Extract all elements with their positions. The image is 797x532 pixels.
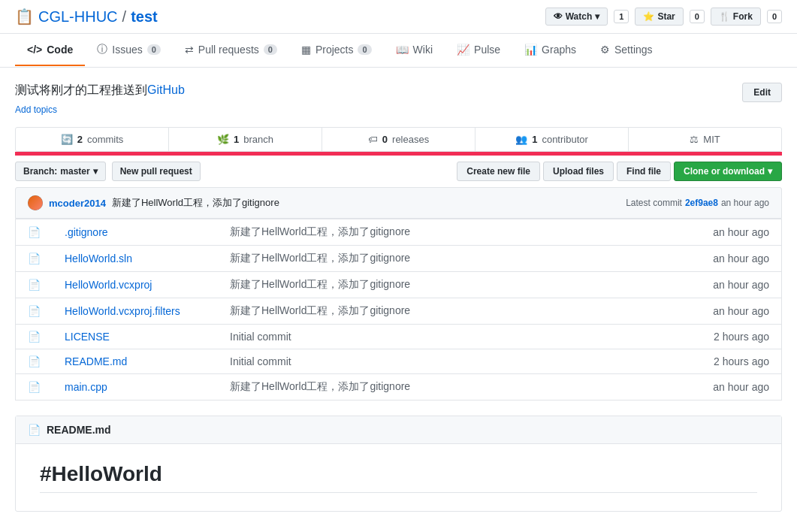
title-separator: /: [122, 8, 127, 26]
issue-icon: ⓘ: [97, 43, 107, 56]
star-count: 0: [690, 10, 705, 23]
repo-title: 📋 CGL-HHUC / test: [15, 8, 158, 26]
tab-wiki-label: Wiki: [413, 44, 433, 56]
file-icon-cell: 📄: [16, 219, 53, 246]
file-icon-cell: 📄: [16, 272, 53, 298]
file-time-cell: an hour ago: [622, 246, 781, 272]
file-message-cell: 新建了HellWorld工程，添加了gitignore: [218, 246, 622, 272]
pr-icon: ⇄: [185, 44, 194, 56]
contributors-label: contributor: [542, 134, 587, 145]
file-name-cell: .gitignore: [53, 219, 218, 246]
readme-icon: 📄: [28, 424, 41, 436]
commit-bar: mcoder2014 新建了HellWorld工程，添加了gitignore L…: [15, 187, 782, 219]
tab-pull-requests[interactable]: ⇄ Pull requests 0: [173, 35, 289, 66]
tab-code[interactable]: </> Code: [15, 35, 85, 66]
tab-projects-label: Projects: [315, 44, 354, 56]
tab-settings-label: Settings: [614, 44, 653, 56]
repo-owner-link[interactable]: CGL-HHUC: [38, 8, 118, 26]
table-row: 📄 LICENSE Initial commit 2 hours ago: [16, 325, 782, 349]
avatar-image: [28, 195, 43, 210]
watch-button[interactable]: 👁 Watch ▾: [545, 8, 608, 26]
branches-stat[interactable]: 🌿 1 branch: [169, 128, 322, 151]
file-name-link[interactable]: LICENSE: [65, 331, 110, 343]
repo-icon: 📋: [15, 8, 34, 26]
star-button[interactable]: ⭐ Star: [635, 8, 683, 26]
repo-name-link[interactable]: test: [131, 8, 158, 26]
file-time-cell: 2 hours ago: [622, 325, 781, 349]
branch-dropdown[interactable]: Branch: master ▾: [15, 162, 106, 181]
page-header: 📋 CGL-HHUC / test 👁 Watch ▾ 1 ⭐ Star 0 🍴…: [0, 0, 797, 34]
license-stat[interactable]: ⚖ MIT: [629, 128, 781, 151]
file-icon-cell: 📄: [16, 298, 53, 325]
commit-hash[interactable]: 2ef9ae8: [685, 198, 718, 208]
commits-stat[interactable]: 🔄 2 commits: [16, 128, 169, 151]
commits-num: 2: [77, 134, 83, 145]
tab-issues[interactable]: ⓘ Issues 0: [85, 34, 173, 67]
file-name-cell: HelloWorld.vcxproj: [53, 272, 218, 298]
table-row: 📄 HelloWorld.sln 新建了HellWorld工程，添加了gitig…: [16, 246, 782, 272]
file-name-cell: main.cpp: [53, 374, 218, 401]
new-pr-button[interactable]: New pull request: [112, 162, 201, 181]
branches-label: branch: [243, 134, 273, 145]
tab-pulse[interactable]: 📈 Pulse: [445, 35, 512, 66]
fork-count: 0: [767, 10, 782, 23]
commit-message: 新建了HellWorld工程，添加了gitignore: [112, 196, 279, 210]
file-name-link[interactable]: HelloWorld.sln: [65, 252, 132, 264]
license-icon: ⚖: [690, 134, 699, 145]
main-content: 测试将刚才的工程推送到GitHub Add topics Edit 🔄 2 co…: [0, 68, 797, 527]
releases-icon: 🏷: [368, 134, 378, 145]
file-name-link[interactable]: README.md: [65, 355, 127, 367]
file-icon: 📄: [28, 226, 41, 238]
pr-count: 0: [264, 44, 277, 55]
file-time-cell: an hour ago: [622, 374, 781, 401]
commit-time: an hour ago: [721, 198, 769, 208]
file-name-link[interactable]: HelloWorld.vcxproj: [65, 279, 152, 291]
file-icon: 📄: [28, 305, 41, 317]
clone-button[interactable]: Clone or download ▾: [674, 162, 782, 181]
upload-files-button[interactable]: Upload files: [543, 162, 614, 181]
projects-count: 0: [358, 44, 371, 55]
file-time-cell: an hour ago: [622, 219, 781, 246]
file-message-cell: 新建了HellWorld工程，添加了gitignore: [218, 374, 622, 401]
create-file-button[interactable]: Create new file: [457, 162, 540, 181]
star-label: Star: [657, 11, 675, 22]
contributors-stat[interactable]: 👥 1 contributor: [475, 128, 629, 151]
file-message-cell: 新建了HellWorld工程，添加了gitignore: [218, 219, 622, 246]
tab-projects[interactable]: ▦ Projects 0: [289, 35, 384, 66]
add-topics-link[interactable]: Add topics: [15, 104, 57, 115]
clone-chevron-icon: ▾: [768, 166, 772, 177]
tab-settings[interactable]: ⚙ Settings: [588, 35, 665, 66]
repo-stats-bar: 🔄 2 commits 🌿 1 branch 🏷 0 releases 👥 1 …: [15, 127, 782, 152]
file-controls: Branch: master ▾ New pull request Create…: [15, 156, 782, 187]
readme-title: README.md: [47, 424, 111, 436]
file-table: 📄 .gitignore 新建了HellWorld工程，添加了gitignore…: [15, 219, 782, 401]
fork-button[interactable]: 🍴 Fork: [711, 8, 761, 26]
file-name-cell: README.md: [53, 349, 218, 374]
file-icon: 📄: [28, 355, 41, 367]
watch-label: Watch: [566, 11, 593, 22]
table-row: 📄 README.md Initial commit 2 hours ago: [16, 349, 782, 374]
tab-graphs[interactable]: 📊 Graphs: [512, 35, 588, 66]
tab-issues-label: Issues: [112, 44, 142, 56]
description-text: 测试将刚才的工程推送到: [15, 83, 147, 96]
tab-wiki[interactable]: 📖 Wiki: [384, 35, 445, 66]
file-icon: 📄: [28, 252, 41, 264]
file-icon: 📄: [28, 279, 41, 291]
commit-author[interactable]: mcoder2014: [49, 198, 106, 209]
branches-num: 1: [234, 134, 239, 145]
releases-stat[interactable]: 🏷 0 releases: [322, 128, 475, 151]
contributors-icon: 👥: [515, 134, 527, 145]
file-name-link[interactable]: HelloWorld.vcxproj.filters: [65, 305, 180, 317]
edit-button[interactable]: Edit: [742, 83, 782, 102]
tab-pulse-label: Pulse: [474, 44, 500, 56]
file-name-link[interactable]: .gitignore: [65, 226, 108, 238]
file-time-cell: an hour ago: [622, 272, 781, 298]
tab-code-label: Code: [47, 44, 73, 56]
table-row: 📄 HelloWorld.vcxproj 新建了HellWorld工程，添加了g…: [16, 272, 782, 298]
file-name-link[interactable]: main.cpp: [65, 381, 107, 393]
readme-content: #HelloWorld: [16, 444, 781, 511]
star-icon: ⭐: [643, 11, 654, 22]
find-file-button[interactable]: Find file: [617, 162, 671, 181]
file-icon-cell: 📄: [16, 374, 53, 401]
branch-name: master: [60, 166, 89, 177]
